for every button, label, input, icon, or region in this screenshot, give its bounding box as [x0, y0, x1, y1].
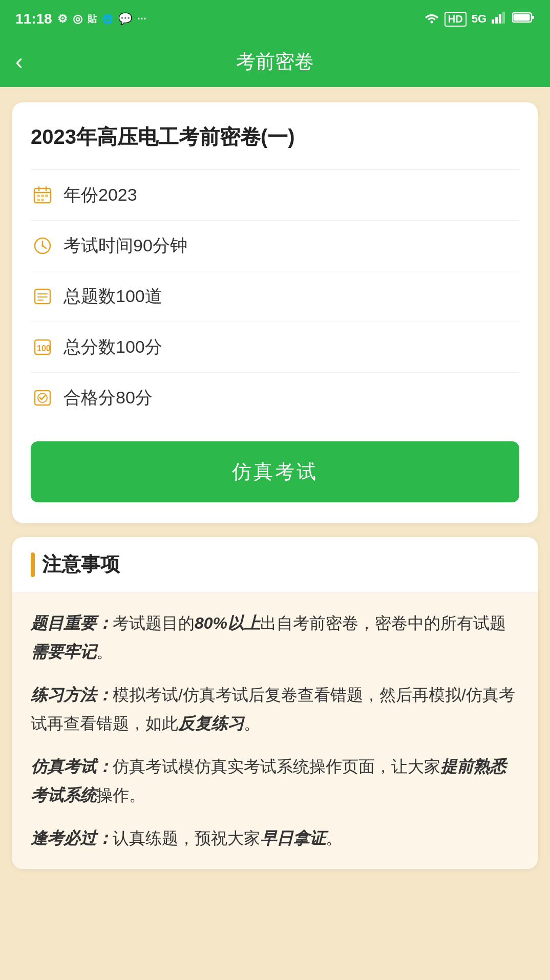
time-text: 考试时间90分钟 — [64, 234, 187, 258]
info-row-score: 100 总分数100分 — [31, 322, 519, 373]
header: ‹ 考前密卷 — [0, 36, 550, 87]
svg-point-20 — [41, 245, 44, 247]
notice-paragraph-1: 题目重要：考试题目的80%以上出自考前密卷，密卷中的所有试题需要牢记。 — [31, 609, 519, 666]
pass-icon — [31, 386, 54, 410]
notice-paragraph-4: 逢考必过：认真练题，预祝大家早日拿证。 — [31, 824, 519, 853]
battery-icon — [512, 11, 535, 27]
svg-point-0 — [430, 21, 433, 24]
exam-card: 2023年高压电工考前密卷(一) 年份2023 — [12, 102, 538, 523]
calendar-icon — [31, 183, 54, 207]
signal-icon — [492, 11, 507, 27]
message-icon: 💬 — [118, 12, 132, 26]
5g-icon: 5G — [472, 12, 486, 26]
notice-paragraph-3: 仿真考试：仿真考试模仿真实考试系统操作页面，让大家提前熟悉考试系统操作。 — [31, 752, 519, 809]
year-text: 年份2023 — [64, 183, 137, 207]
svg-rect-15 — [37, 199, 40, 201]
score-icon: 100 — [31, 335, 54, 359]
nfc-icon: ◎ — [73, 12, 82, 26]
status-right: HD 5G — [424, 11, 535, 27]
info-row-questions: 总题数100道 — [31, 271, 519, 322]
hd-badge: HD — [445, 12, 467, 27]
svg-rect-16 — [41, 199, 44, 201]
svg-rect-14 — [45, 195, 48, 197]
notice-bar-decoration — [31, 552, 35, 577]
svg-rect-13 — [41, 195, 44, 197]
questions-text: 总题数100道 — [64, 285, 162, 308]
pass-text: 合格分80分 — [64, 386, 153, 410]
info-row-pass: 合格分80分 — [31, 373, 519, 423]
info-row-year: 年份2023 — [31, 170, 519, 221]
content-area: 2023年高压电工考前密卷(一) 年份2023 — [0, 87, 550, 884]
svg-text:100: 100 — [37, 344, 51, 353]
notice-body: 题目重要：考试题目的80%以上出自考前密卷，密卷中的所有试题需要牢记。 练习方法… — [12, 592, 538, 869]
list-icon — [31, 285, 54, 308]
nav-icon: 🌐 — [102, 13, 113, 25]
svg-rect-2 — [495, 17, 498, 24]
notice-card: 注意事项 题目重要：考试题目的80%以上出自考前密卷，密卷中的所有试题需要牢记。… — [12, 537, 538, 869]
page-title: 考前密卷 — [236, 49, 314, 75]
notice-title: 注意事项 — [42, 551, 120, 578]
svg-rect-7 — [532, 16, 534, 19]
coupon-icon: 貼 — [88, 13, 97, 25]
svg-rect-1 — [492, 19, 494, 24]
notice-paragraph-2: 练习方法：模拟考试/仿真考试后复卷查看错题，然后再模拟/仿真考试再查看错题，如此… — [31, 680, 519, 738]
svg-rect-4 — [502, 12, 505, 24]
dots-icon: ··· — [137, 12, 146, 26]
back-button[interactable]: ‹ — [15, 50, 23, 73]
clock-icon — [31, 234, 54, 258]
exam-title: 2023年高压电工考前密卷(一) — [31, 123, 519, 151]
status-time: 11:18 ⚙ ◎ 貼 🌐 💬 ··· — [15, 11, 146, 27]
svg-rect-6 — [514, 14, 530, 21]
simulate-button[interactable]: 仿真考试 — [31, 441, 519, 502]
wifi-icon — [424, 11, 439, 27]
notice-header: 注意事项 — [12, 537, 538, 592]
svg-rect-12 — [37, 195, 40, 197]
status-bar: 11:18 ⚙ ◎ 貼 🌐 💬 ··· HD 5G — [0, 0, 550, 36]
svg-rect-3 — [499, 14, 501, 24]
info-row-time: 考试时间90分钟 — [31, 221, 519, 271]
settings-icon: ⚙ — [57, 12, 68, 26]
score-text: 总分数100分 — [64, 335, 162, 359]
